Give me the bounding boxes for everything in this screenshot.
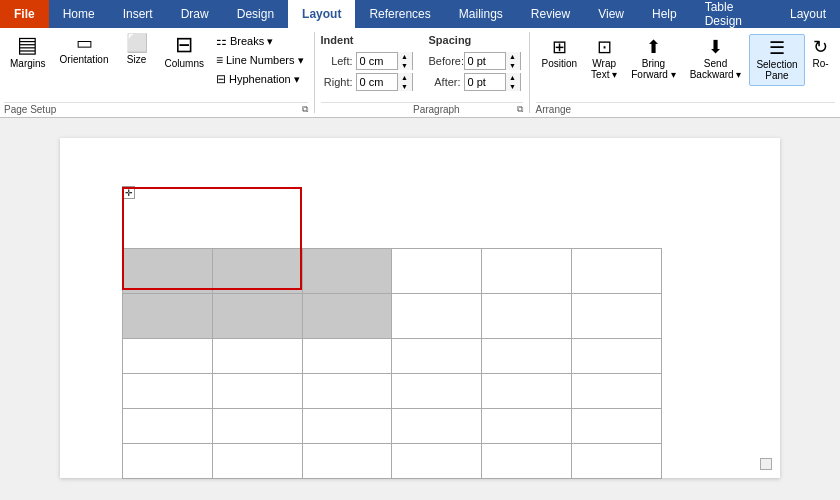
indent-right-up[interactable]: ▲ <box>398 73 412 82</box>
tab-layout[interactable]: Layout <box>288 0 355 28</box>
tab-insert[interactable]: Insert <box>109 0 167 28</box>
tab-references[interactable]: References <box>355 0 444 28</box>
spacing-before-input[interactable]: ▲ ▼ <box>464 52 521 70</box>
wrap-text-button[interactable]: ⊡ WrapText ▾ <box>585 34 623 84</box>
hyphenation-button[interactable]: ⊟ Hyphenation ▾ <box>212 70 308 88</box>
table-handle[interactable]: ✛ <box>122 186 135 199</box>
word-table[interactable] <box>122 248 662 479</box>
spacing-before-value[interactable] <box>465 53 505 69</box>
page-setup-group: ▤ Margins ▭ Orientation ⬜ Size ⊟ Columns <box>0 28 312 117</box>
table-cell[interactable] <box>212 444 302 479</box>
table-cell[interactable] <box>123 444 213 479</box>
indent-right-value[interactable] <box>357 74 397 90</box>
indent-left-value[interactable] <box>357 53 397 69</box>
tab-design[interactable]: Design <box>223 0 288 28</box>
bring-forward-button[interactable]: ⬆ BringForward ▾ <box>625 34 681 84</box>
selection-pane-button[interactable]: ☰ SelectionPane <box>749 34 804 86</box>
rotate-icon: ↻ <box>813 38 828 56</box>
indent-left-input[interactable]: ▲ ▼ <box>356 52 413 70</box>
table-cell[interactable] <box>123 374 213 409</box>
orientation-button[interactable]: ▭ Orientation <box>54 30 115 69</box>
spacing-before-row: Before: ▲ ▼ <box>429 52 521 70</box>
spacing-before-down[interactable]: ▼ <box>506 61 520 70</box>
line-numbers-button[interactable]: ≡ Line Numbers ▾ <box>212 51 308 69</box>
table-cell[interactable] <box>572 339 662 374</box>
table-cell[interactable] <box>392 444 482 479</box>
tab-table-design[interactable]: Table Design <box>691 0 776 28</box>
page-setup-footer: Page Setup ⧉ <box>4 102 308 115</box>
table-cell[interactable] <box>572 294 662 339</box>
table-cell[interactable] <box>482 339 572 374</box>
spacing-after-input[interactable]: ▲ ▼ <box>464 73 521 91</box>
table-cell[interactable] <box>302 444 392 479</box>
table-cell[interactable] <box>212 374 302 409</box>
table-cell[interactable] <box>123 409 213 444</box>
document-area: ✛ <box>0 118 840 498</box>
size-button[interactable]: ⬜ Size <box>117 30 157 69</box>
rotate-button[interactable]: ↻ Ro- <box>807 34 835 73</box>
margins-button[interactable]: ▤ Margins <box>4 30 52 73</box>
arrange-label: Arrange <box>536 104 572 115</box>
columns-label: Columns <box>165 58 204 69</box>
send-backward-icon: ⬇ <box>708 38 723 56</box>
spacing-before-up[interactable]: ▲ <box>506 52 520 61</box>
table-cell[interactable] <box>572 374 662 409</box>
spacing-after-down[interactable]: ▼ <box>506 82 520 91</box>
indent-right-down[interactable]: ▼ <box>398 82 412 91</box>
table-cell[interactable] <box>212 409 302 444</box>
indent-right-label: Right: <box>321 76 353 88</box>
page-resize-handle[interactable] <box>760 458 772 470</box>
breaks-button[interactable]: ⚏ Breaks ▾ <box>212 32 308 50</box>
table-cell[interactable] <box>482 294 572 339</box>
tab-home[interactable]: Home <box>49 0 109 28</box>
send-backward-button[interactable]: ⬇ SendBackward ▾ <box>684 34 748 84</box>
table-cell[interactable] <box>392 374 482 409</box>
paragraph-footer: Arrange Paragraph ⧉ <box>321 102 523 115</box>
indent-left-up[interactable]: ▲ <box>398 52 412 61</box>
tab-review[interactable]: Review <box>517 0 584 28</box>
position-label: Position <box>542 58 578 69</box>
spacing-after-up[interactable]: ▲ <box>506 73 520 82</box>
spacing-after-value[interactable] <box>465 74 505 90</box>
columns-button[interactable]: ⊟ Columns <box>159 30 210 73</box>
table-cell[interactable] <box>392 409 482 444</box>
table-cell[interactable] <box>572 249 662 294</box>
table-cell[interactable] <box>482 374 572 409</box>
paragraph-expand[interactable]: ⧉ <box>517 104 523 115</box>
indent-left-down[interactable]: ▼ <box>398 61 412 70</box>
table-cell[interactable] <box>123 249 213 294</box>
tab-mailings[interactable]: Mailings <box>445 0 517 28</box>
tab-layout2[interactable]: Layout <box>776 0 840 28</box>
tab-file[interactable]: File <box>0 0 49 28</box>
indent-right-input[interactable]: ▲ ▼ <box>356 73 413 91</box>
position-button[interactable]: ⊞ Position <box>536 34 584 73</box>
table-cell[interactable] <box>302 374 392 409</box>
table-cell[interactable] <box>392 294 482 339</box>
table-cell[interactable] <box>212 249 302 294</box>
table-cell[interactable] <box>212 294 302 339</box>
tab-view[interactable]: View <box>584 0 638 28</box>
indent-left-spin: ▲ ▼ <box>397 52 412 70</box>
table-cell[interactable] <box>482 409 572 444</box>
columns-icon: ⊟ <box>175 34 193 56</box>
table-cell[interactable] <box>482 249 572 294</box>
tab-draw[interactable]: Draw <box>167 0 223 28</box>
table-cell[interactable] <box>392 249 482 294</box>
selection-pane-icon: ☰ <box>769 39 785 57</box>
ribbon: ▤ Margins ▭ Orientation ⬜ Size ⊟ Columns <box>0 28 840 118</box>
tab-help[interactable]: Help <box>638 0 691 28</box>
table-cell[interactable] <box>392 339 482 374</box>
table-cell[interactable] <box>302 294 392 339</box>
table-cell[interactable] <box>302 249 392 294</box>
table-cell[interactable] <box>302 339 392 374</box>
table-cell[interactable] <box>212 339 302 374</box>
table-cell[interactable] <box>572 409 662 444</box>
table-cell[interactable] <box>482 444 572 479</box>
bring-forward-icon: ⬆ <box>646 38 661 56</box>
table-cell[interactable] <box>572 444 662 479</box>
page-setup-expand[interactable]: ⧉ <box>302 104 308 115</box>
selection-pane-label: SelectionPane <box>756 59 797 81</box>
table-cell[interactable] <box>123 294 213 339</box>
table-cell[interactable] <box>302 409 392 444</box>
table-cell[interactable] <box>123 339 213 374</box>
